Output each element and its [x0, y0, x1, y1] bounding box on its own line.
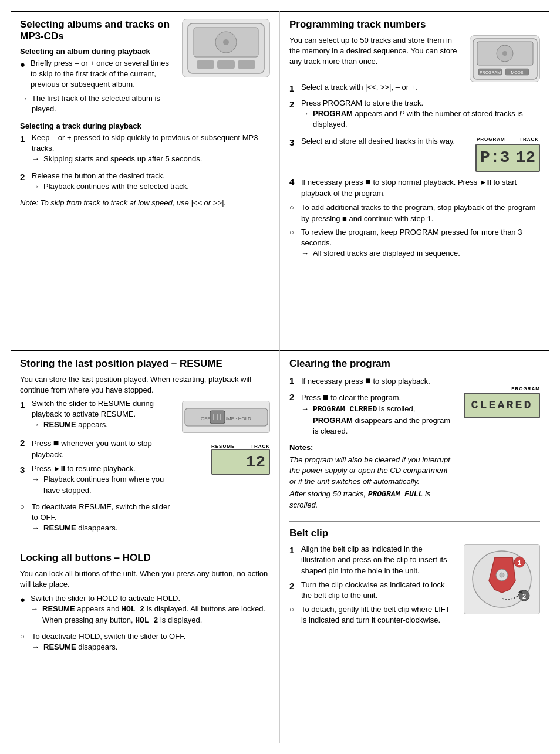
- belt-step2-text: Turn the clip clockwise as indicated to …: [301, 580, 452, 601]
- arrow-resume3: →: [32, 474, 41, 495]
- hold-bullet-item: ● Switch the slider to HOLD to activate …: [20, 593, 270, 629]
- belt-step-2: 2 Turn the clip clockwise as indicated t…: [289, 580, 452, 601]
- prog-circle1-text: To add additional tracks to the program,…: [301, 202, 540, 224]
- album-bullet-item: ● Briefly press – or + once or several t…: [20, 58, 176, 90]
- circle-icon-belt: ○: [289, 604, 298, 625]
- resume-track-value: 12: [245, 453, 265, 471]
- resume-circle-arrow: RESUME disappears.: [43, 523, 117, 533]
- prog-circle2-text: To review the program, keep PROGRAM pres…: [301, 227, 540, 248]
- prog-step4-text: If necessary press ■ to stop normal play…: [301, 175, 540, 200]
- clearing-step-1: 1 If necessary press ■ to stop playback.: [289, 374, 452, 387]
- circle-icon-1: ○: [289, 202, 298, 224]
- clearing-steps: 1 If necessary press ■ to stop playback.…: [289, 374, 452, 439]
- prog-circle2: ○ To review the program, keep PROGRAM pr…: [289, 227, 540, 262]
- bottom-left-section: Storing the last position played – RESUM…: [11, 350, 280, 743]
- resume-step-1: 1 Switch the slider to RESUME during pla…: [20, 398, 176, 433]
- album-device-image: [182, 19, 270, 77]
- belt-circle: ○ To detach, gently lift the belt clip w…: [289, 604, 452, 625]
- belt-circle-text: To detach, gently lift the belt clip whe…: [301, 604, 452, 625]
- programming-title: Programming track numbers: [289, 19, 540, 31]
- svg-point-3: [223, 39, 229, 45]
- resume-step1-text: Switch the slider to RESUME during playb…: [32, 398, 176, 420]
- resume-step1-arrow: RESUME appears.: [43, 420, 108, 430]
- resume-intro: You can store the last position played. …: [20, 374, 270, 395]
- clearing-notes: Notes: The program will also be cleared …: [289, 442, 452, 510]
- hold-circle-arrow: RESUME disappears.: [43, 642, 117, 652]
- album-bullet-text: Briefly press – or + once or several tim…: [31, 58, 176, 90]
- clearing-note2: After storing 50 tracks, PROGRAM FULL is…: [289, 489, 452, 510]
- track-step-1: 1 Keep – or + pressed to skip quickly to…: [20, 133, 270, 167]
- svg-point-10: [502, 51, 507, 56]
- prog-display-label: PROGRAM: [477, 136, 505, 143]
- slider-svg: OFF · RESUME · HOLD: [184, 403, 269, 432]
- programming-section: Programming track numbers You can select…: [280, 11, 549, 350]
- resume-steps: 1 Switch the slider to RESUME during pla…: [20, 398, 176, 498]
- prog-circle2-arrow: All stored tracks are displayed in seque…: [313, 248, 460, 259]
- svg-rect-6: [238, 60, 255, 69]
- slider-image: OFF · RESUME · HOLD: [182, 401, 270, 433]
- track-step1-arrow: Skipping starts and speeds up after 5 se…: [43, 154, 202, 164]
- belt-clip-svg: 1 2: [465, 546, 539, 613]
- hold-bullet-icon: ●: [20, 593, 27, 629]
- programming-steps-list: 1 Select a track with |<<, >>|, – or +. …: [289, 82, 540, 199]
- belt-step1-text: Align the belt clip as indicated in the …: [301, 544, 452, 576]
- prog-circle1: ○ To add additional tracks to the progra…: [289, 202, 540, 224]
- resume-step-3: 3 Press ►II to resume playback. → Playba…: [20, 464, 176, 498]
- album-arrow-item: → The first track of the selected album …: [20, 93, 176, 114]
- belt-step-1: 1 Align the belt clip as indicated in th…: [289, 544, 452, 576]
- svg-text:PROGRAM: PROGRAM: [479, 70, 500, 75]
- prog-p-value: P:3: [480, 146, 510, 169]
- track-step-2: 2 Release the button at the desired trac…: [20, 171, 270, 194]
- clearing-display-label: PROGRAM: [464, 386, 540, 391]
- belt-clip-image: 1 2: [464, 544, 540, 614]
- prog-track-value: 12: [515, 146, 535, 169]
- resume-display: 12: [211, 449, 270, 475]
- selecting-albums-title: Selecting albums and tracks on MP3-CDs: [20, 19, 176, 42]
- programming-device-svg: PROGRAM MODE: [471, 37, 539, 81]
- resume-step3-arrow: Playback continues from where you have s…: [43, 474, 176, 495]
- arrow-icon: →: [20, 93, 29, 114]
- clearing-note1: The program will also be cleared if you …: [289, 455, 452, 487]
- svg-text:MODE: MODE: [511, 70, 523, 75]
- prog-step-3: 3 Select and store all desired tracks in…: [289, 136, 540, 172]
- bullet-icon: ●: [20, 58, 27, 90]
- clearing-section: Clearing the program 1 If necessary pres…: [289, 358, 540, 514]
- resume-display-label: RESUME: [211, 444, 235, 449]
- arrow-icon-prog-circle: →: [301, 248, 311, 259]
- resume-circle: ○ To deactivate RESUME, switch the slide…: [20, 502, 176, 536]
- track-step1-text: Keep – or + pressed to skip quickly to p…: [32, 133, 270, 154]
- device-svg: [185, 21, 267, 76]
- track-step2-text: Release the button at the desired track.: [32, 171, 189, 181]
- circle-icon-hold: ○: [20, 631, 28, 655]
- resume-title: Storing the last position played – RESUM…: [20, 358, 270, 370]
- prog-track-label: TRACK: [519, 136, 539, 143]
- program-display: P:3 12: [475, 144, 540, 172]
- svg-point-25: [500, 573, 504, 577]
- arrow-resume-circle: →: [32, 523, 41, 533]
- track-playback-subtitle: Selecting a track during playback: [20, 121, 270, 130]
- hold-circle: ○ To deactivate HOLD, switch the slider …: [20, 631, 270, 655]
- resume-step-2: 2 Press ■ whenever you want to stop play…: [20, 437, 176, 461]
- resume-circle-text: To deactivate RESUME, switch the slider …: [32, 502, 176, 523]
- hold-bullet-text: Switch the slider to HOLD to activate HO…: [31, 593, 270, 604]
- programming-intro: You can select up to 50 tracks and store…: [289, 35, 464, 67]
- svg-text:1: 1: [517, 559, 521, 566]
- prog-step1-text: Select a track with |<<, >>|, – or +.: [301, 82, 417, 94]
- hold-title: Locking all buttons – HOLD: [20, 552, 270, 564]
- clearing-step2-text: Press ■ to clear the program.: [301, 391, 452, 404]
- arrow-icon-2: →: [32, 154, 41, 164]
- circle-icon-2: ○: [289, 227, 298, 262]
- prog-step-1: 1 Select a track with |<<, >>|, – or +.: [289, 82, 540, 94]
- clearing-title: Clearing the program: [289, 358, 540, 370]
- belt-steps: 1 Align the belt clip as indicated in th…: [289, 544, 452, 601]
- circle-icon-resume: ○: [20, 502, 28, 536]
- prog-step2-arrow1: PROGRAM appears and P with the number of…: [313, 109, 540, 130]
- arrow-icon-3: →: [32, 181, 41, 192]
- resume-track-label: TRACK: [251, 444, 270, 449]
- hold-bullet-arrow: RESUME appears and HOL 2 is displayed. A…: [42, 604, 270, 626]
- bottom-right-section: Clearing the program 1 If necessary pres…: [280, 350, 549, 743]
- selecting-albums-section: Selecting albums and tracks on MP3-CDs S…: [11, 11, 280, 350]
- svg-text:OFF · RESUME · HOLD: OFF · RESUME · HOLD: [201, 416, 251, 421]
- cleared-display: CLEARED: [464, 393, 540, 418]
- belt-section: Belt clip 1 Align the belt clip as indic…: [289, 521, 540, 628]
